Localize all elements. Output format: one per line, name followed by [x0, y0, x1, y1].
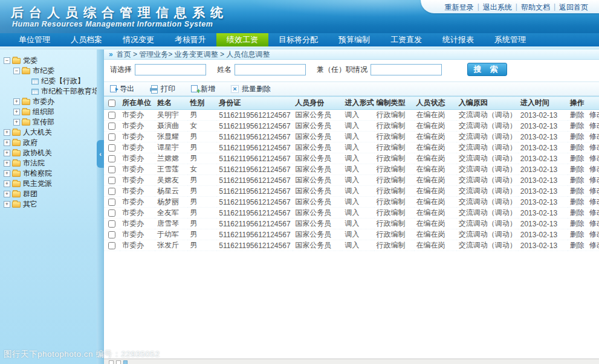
tree-node-7[interactable]: +人大机关: [4, 127, 96, 138]
tree-node-10[interactable]: +市法院: [4, 158, 96, 168]
row-checkbox[interactable]: [108, 209, 115, 217]
menu-item-8[interactable]: 统计报表: [432, 33, 484, 46]
menu-item-4[interactable]: 绩效工资: [216, 33, 268, 46]
edit-link[interactable]: 修改: [589, 208, 599, 217]
row-checkbox[interactable]: [108, 220, 115, 228]
row-checkbox[interactable]: [108, 188, 115, 195]
tree-node-1[interactable]: −市纪委: [4, 66, 96, 76]
row-checkbox[interactable]: [108, 177, 115, 184]
cell-name: 张发斤: [155, 240, 187, 251]
menu-item-2[interactable]: 情况变更: [112, 33, 164, 46]
tree-node-13[interactable]: +群团: [4, 189, 96, 199]
delete-link[interactable]: 删除: [570, 230, 584, 238]
collapse-node-icon[interactable]: −: [13, 68, 20, 74]
tree-node-8[interactable]: +政府: [4, 138, 96, 148]
row-checkbox[interactable]: [108, 155, 115, 162]
sidebar-splitter[interactable]: ‹: [97, 49, 104, 364]
edit-link[interactable]: 修改: [589, 132, 599, 141]
menu-item-7[interactable]: 工资直发: [380, 33, 432, 46]
expand-node-icon[interactable]: +: [4, 150, 10, 156]
tree-node-3[interactable]: 市纪检干部教育培训中心: [4, 86, 96, 97]
edit-link[interactable]: 修改: [589, 154, 599, 162]
collapse-node-icon[interactable]: −: [4, 57, 10, 64]
delete-link[interactable]: 删除: [570, 219, 584, 228]
select-input[interactable]: [135, 64, 206, 75]
print-button[interactable]: 打印: [150, 84, 175, 94]
tree-node-9[interactable]: +政协机关: [4, 148, 96, 158]
tree-node-12[interactable]: +民主党派: [4, 179, 96, 189]
expand-node-icon[interactable]: +: [4, 129, 10, 136]
row-checkbox[interactable]: [108, 166, 115, 173]
edit-link[interactable]: 修改: [589, 230, 599, 238]
pagination-bar-partial[interactable]: [104, 359, 599, 364]
search-button[interactable]: 搜 索: [467, 63, 507, 76]
expand-node-icon[interactable]: +: [4, 180, 10, 187]
tree-node-0[interactable]: −党委: [4, 56, 96, 66]
header-link-3[interactable]: 返回首页: [555, 2, 592, 13]
add-button[interactable]: 新增: [191, 84, 215, 94]
header-link-0[interactable]: 重新登录: [441, 2, 478, 13]
table-row: 市委办谭星宇男511621195612124567国家公务员调入行政编制在编在岗…: [104, 142, 599, 153]
name-input[interactable]: [235, 64, 306, 75]
menu-item-9[interactable]: 系统管理: [484, 33, 536, 46]
tree-node-14[interactable]: +其它: [4, 199, 96, 209]
delete-link[interactable]: 删除: [570, 121, 584, 130]
row-checkbox[interactable]: [108, 112, 115, 119]
expand-node-icon[interactable]: +: [4, 160, 10, 167]
job-input[interactable]: [371, 64, 442, 75]
expand-node-icon[interactable]: +: [13, 109, 20, 115]
menu-item-6[interactable]: 预算编制: [328, 33, 380, 46]
tree-node-4[interactable]: +市委办: [4, 97, 96, 107]
expand-node-icon[interactable]: +: [13, 98, 20, 105]
row-checkbox[interactable]: [108, 199, 115, 206]
breadcrumb: » 首页 > 管理业务> 业务变更调整 > 人员信息调整: [104, 49, 599, 60]
expand-node-icon[interactable]: +: [4, 191, 10, 197]
header-link-2[interactable]: 帮助文档: [517, 2, 554, 13]
sidebar-collapse-button[interactable]: ‹: [97, 140, 104, 168]
row-checkbox[interactable]: [108, 242, 115, 249]
edit-link[interactable]: 修改: [589, 241, 599, 249]
expand-node-icon[interactable]: +: [4, 170, 10, 177]
edit-link[interactable]: 修改: [589, 143, 599, 152]
delete-link[interactable]: 删除: [570, 197, 584, 206]
export-button[interactable]: 导出: [110, 84, 134, 94]
tree-node-2[interactable]: 纪委【行政】: [4, 76, 96, 86]
tree-node-5[interactable]: +组织部: [4, 107, 96, 117]
row-checkbox[interactable]: [108, 231, 115, 238]
tree-node-6[interactable]: +宣传部: [4, 117, 96, 127]
delete-link[interactable]: 删除: [570, 187, 584, 195]
edit-link[interactable]: 修改: [589, 176, 599, 184]
expand-node-icon[interactable]: +: [4, 201, 10, 208]
cell-id: 511621195612124567: [216, 229, 293, 240]
row-checkbox[interactable]: [108, 144, 115, 152]
row-checkbox[interactable]: [108, 123, 115, 130]
row-checkbox[interactable]: [108, 133, 115, 141]
menu-item-3[interactable]: 考核晋升: [164, 33, 216, 46]
edit-link[interactable]: 修改: [589, 187, 599, 195]
menu-item-0[interactable]: 单位管理: [8, 33, 60, 46]
header-link-1[interactable]: 退出系统: [479, 2, 516, 13]
add-label: 新增: [201, 84, 215, 94]
pagination-box-icon[interactable]: [116, 360, 121, 364]
select-all-checkbox[interactable]: [108, 100, 115, 107]
delete-link[interactable]: 删除: [570, 110, 584, 119]
menu-item-1[interactable]: 人员档案: [60, 33, 112, 46]
menu-item-5[interactable]: 目标将分配: [268, 33, 328, 46]
edit-link[interactable]: 修改: [589, 110, 599, 119]
delete-link[interactable]: 删除: [570, 143, 584, 152]
batch-delete-button[interactable]: 批量删除: [231, 84, 271, 94]
edit-link[interactable]: 修改: [589, 197, 599, 206]
delete-link[interactable]: 删除: [570, 208, 584, 217]
edit-link[interactable]: 修改: [589, 219, 599, 228]
edit-link[interactable]: 修改: [589, 165, 599, 173]
tree-node-11[interactable]: +市检察院: [4, 168, 96, 179]
edit-link[interactable]: 修改: [589, 121, 599, 130]
expand-node-icon[interactable]: +: [4, 139, 10, 146]
delete-link[interactable]: 删除: [570, 154, 584, 162]
expand-node-icon[interactable]: +: [13, 119, 20, 126]
delete-link[interactable]: 删除: [570, 132, 584, 141]
delete-link[interactable]: 删除: [570, 241, 584, 249]
pagination-box-icon[interactable]: [109, 360, 114, 364]
delete-link[interactable]: 删除: [570, 165, 584, 173]
delete-link[interactable]: 删除: [570, 176, 584, 184]
